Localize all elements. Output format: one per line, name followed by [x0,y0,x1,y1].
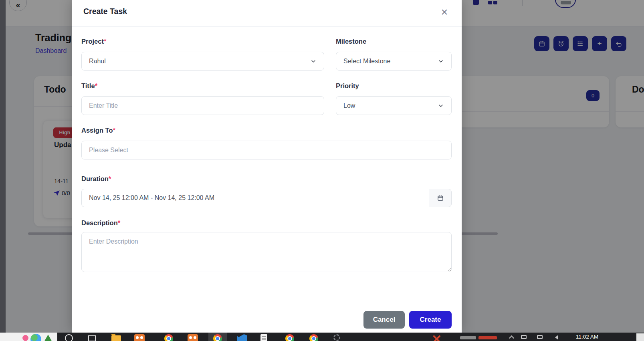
duration-field [81,189,452,207]
title-label: Title* [81,82,324,90]
chrome-icon[interactable] [164,334,173,341]
chevron-down-icon [438,103,444,109]
chrome-icon [213,334,222,341]
priority-label: Priority [336,82,452,90]
close-icon: × [441,6,448,18]
notification-center-icon[interactable] [636,333,644,341]
required-marker: * [113,127,115,134]
search-icon[interactable] [65,334,73,341]
tray-text-block [460,336,476,339]
tray-alert-block [478,336,497,339]
modal-title: Create Task [83,7,127,16]
clock[interactable]: 11:02 AM [576,334,598,340]
milestone-select-value: Select Milestone [343,58,390,65]
priority-select[interactable]: Low [336,96,452,115]
calendar-icon [437,194,444,202]
modal-header: Create Task × [72,0,462,27]
chevron-down-icon [438,58,444,65]
chevron-down-icon [310,58,317,65]
milestone-select[interactable]: Select Milestone [336,52,452,71]
description-label: Description* [81,219,452,227]
chrome-icon[interactable] [309,334,318,341]
volume-tray-icon[interactable] [555,335,558,340]
taskbar-light-segment [0,333,57,341]
project-label: Project* [81,38,324,45]
orange-app-icon[interactable] [188,334,198,341]
required-marker: * [104,38,106,45]
code-editor-icon[interactable] [237,334,247,341]
required-marker: * [118,219,120,226]
close-button[interactable]: × [438,5,451,19]
pink-app-icon[interactable] [22,335,28,341]
duration-label: Duration* [81,175,452,183]
priority-select-value: Low [343,102,355,109]
chrome-icon[interactable] [285,334,294,341]
required-marker: * [109,175,111,182]
project-select[interactable]: Rahul [81,52,324,71]
orange-app-icon[interactable] [134,334,145,341]
os-taskbar: 11:02 AM [0,333,644,341]
tray-expand-icon[interactable] [509,335,514,341]
milestone-label: Milestone [336,38,452,45]
assign-to-label: Assign To* [81,127,452,134]
display-tray-icon[interactable] [521,335,527,339]
file-explorer-icon[interactable] [111,335,121,341]
create-button[interactable]: Create [409,311,452,329]
modal-footer: Cancel Create [72,302,462,333]
duration-input[interactable] [81,189,429,207]
required-marker: * [95,82,97,89]
remote-app-icon[interactable] [432,334,441,341]
create-task-modal: Create Task × Project* Rahul Milestone S… [72,0,462,333]
network-tray-icon[interactable] [537,335,543,339]
description-textarea[interactable] [81,232,452,272]
duration-calendar-button[interactable] [429,189,452,207]
earth-globe-icon[interactable] [30,334,41,341]
notepad-icon[interactable] [260,334,267,341]
settings-gear-icon[interactable] [333,334,340,341]
tree-icon[interactable] [44,335,52,341]
project-select-value: Rahul [89,58,106,65]
title-input[interactable] [81,96,324,115]
assign-to-input[interactable] [81,141,452,159]
active-app-slot[interactable] [208,333,227,341]
cancel-button[interactable]: Cancel [363,311,405,329]
task-view-icon[interactable] [88,335,96,341]
